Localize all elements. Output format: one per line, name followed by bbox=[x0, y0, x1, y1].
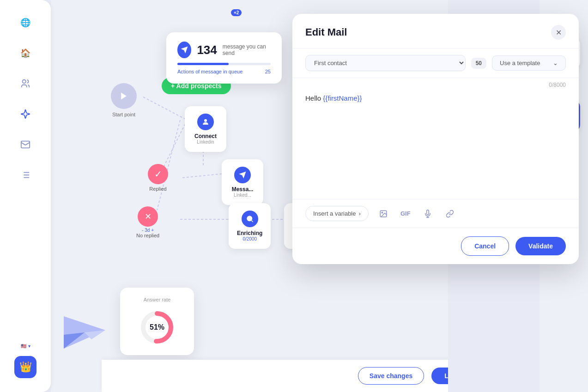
message-label-node: Messa... bbox=[230, 186, 255, 193]
connect-node[interactable]: Connect Linkedin bbox=[185, 106, 226, 152]
progress-bar-fill bbox=[177, 63, 229, 65]
bottom-bar: Save changes Launch bbox=[102, 360, 448, 392]
sidebar-item-rocket[interactable] bbox=[17, 105, 34, 123]
enriching-count: 0/2000 bbox=[237, 236, 262, 241]
chevron-right-icon: › bbox=[359, 210, 361, 217]
enriching-node[interactable]: Enriching 0/2000 bbox=[229, 203, 271, 249]
firstname-variable: {{firstName}} bbox=[323, 94, 362, 102]
char-count: 0/8000 bbox=[292, 78, 579, 88]
message-count: 134 bbox=[197, 43, 217, 57]
svg-point-17 bbox=[204, 119, 207, 122]
link-icon[interactable] bbox=[443, 206, 457, 221]
top-badge: +2 bbox=[231, 9, 242, 16]
modal-header: Edit Mail ✕ bbox=[292, 14, 579, 48]
connect-icon bbox=[197, 114, 214, 130]
svg-point-18 bbox=[247, 216, 252, 221]
svg-line-10 bbox=[164, 120, 187, 166]
message-icon bbox=[234, 167, 251, 183]
answer-rate-card: Answer rate 51% bbox=[120, 288, 194, 355]
replied-icon: ✓ bbox=[148, 164, 168, 184]
modal-footer-toolbar: Insert a variable › GIF bbox=[292, 199, 579, 228]
validate-button[interactable]: Validate bbox=[515, 237, 566, 255]
mic-icon[interactable] bbox=[420, 206, 435, 221]
connect-sub: Linkedin bbox=[193, 139, 218, 145]
save-changes-button[interactable]: Save changes bbox=[358, 367, 424, 385]
start-point: Start point bbox=[111, 83, 137, 117]
close-button[interactable]: ✕ bbox=[551, 25, 566, 40]
message-label: message you can send bbox=[223, 43, 271, 56]
edit-mail-modal: Edit Mail ✕ First contact 50 Use a templ… bbox=[292, 14, 579, 264]
modal-body[interactable]: Hello {{firstName}} bbox=[292, 88, 579, 199]
modal-toolbar: First contact 50 Use a template ⌄ bbox=[292, 48, 579, 78]
svg-point-0 bbox=[23, 80, 26, 83]
progress-bar-wrap bbox=[177, 63, 271, 65]
enriching-label: Enriching bbox=[237, 230, 262, 236]
svg-marker-16 bbox=[121, 93, 127, 100]
start-label: Start point bbox=[112, 112, 135, 117]
hello-text: Hello bbox=[305, 94, 321, 102]
replied-label: Replied bbox=[149, 186, 166, 192]
sidebar-item-mail[interactable] bbox=[17, 136, 34, 153]
no-replied-label: No replied bbox=[136, 233, 159, 238]
svg-line-8 bbox=[143, 97, 187, 120]
image-icon[interactable] bbox=[376, 206, 391, 221]
paper-plane-decoration bbox=[59, 312, 110, 355]
no-replied-icon: ✕ bbox=[138, 206, 158, 227]
answer-rate-title: Answer rate bbox=[131, 297, 183, 302]
send-icon bbox=[177, 42, 191, 58]
cancel-button[interactable]: Cancel bbox=[461, 236, 509, 256]
no-replied-days: - 3d + bbox=[142, 228, 154, 233]
chevron-icon: ⌄ bbox=[553, 60, 558, 66]
sidebar-item-home[interactable]: 🏠 bbox=[17, 44, 34, 62]
insert-variable-button[interactable]: Insert a variable › bbox=[305, 206, 369, 221]
sidebar-item-globe[interactable]: 🌐 bbox=[17, 14, 34, 31]
svg-rect-1 bbox=[21, 141, 30, 148]
template-select[interactable]: Use a template ⌄ bbox=[492, 55, 566, 71]
count-badge: 50 bbox=[471, 58, 486, 69]
modal-title: Edit Mail bbox=[305, 26, 347, 38]
queue-label: Actions of message in queue bbox=[177, 69, 242, 74]
sidebar-item-users[interactable] bbox=[17, 75, 34, 92]
donut-label: 51% bbox=[150, 323, 164, 332]
message-sub: Linked... bbox=[230, 193, 255, 198]
template-select-label: Use a template bbox=[500, 60, 540, 66]
connect-label: Connect bbox=[193, 133, 218, 139]
flag-dropdown[interactable]: 🇺🇸 ▾ bbox=[21, 344, 30, 349]
replied-node[interactable]: ✓ Replied bbox=[148, 164, 168, 192]
mail-content: Hello {{firstName}} bbox=[305, 93, 566, 104]
sidebar: 🌐 🏠 🇺🇸 ▾ 👑 bbox=[0, 0, 51, 392]
insert-variable-label: Insert a variable bbox=[313, 210, 356, 217]
enriching-icon bbox=[242, 211, 258, 227]
message-node[interactable]: Messa... Linked... bbox=[222, 159, 263, 205]
crown-button[interactable]: 👑 bbox=[14, 356, 36, 378]
donut-chart: 51% bbox=[139, 309, 176, 346]
sidebar-item-list[interactable] bbox=[17, 166, 34, 184]
message-popup: 134 message you can send Actions of mess… bbox=[166, 32, 282, 84]
queue-count: 25 bbox=[265, 69, 271, 74]
svg-point-26 bbox=[382, 212, 382, 213]
contact-select[interactable]: First contact bbox=[305, 55, 466, 71]
launch-button[interactable]: Launch bbox=[431, 368, 448, 384]
gif-icon[interactable]: GIF bbox=[398, 206, 413, 221]
play-icon bbox=[111, 83, 137, 109]
modal-actions: Cancel Validate bbox=[292, 228, 579, 264]
no-replied-node[interactable]: ✕ - 3d + No replied bbox=[136, 206, 159, 238]
